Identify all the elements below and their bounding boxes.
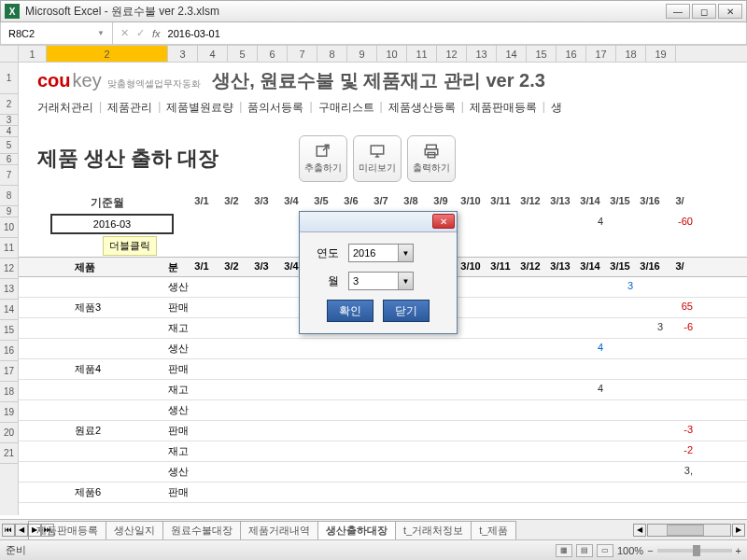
- row-header-17[interactable]: 17: [0, 361, 18, 382]
- col-header-7[interactable]: 7: [288, 46, 317, 62]
- cancel-icon[interactable]: ✕: [120, 27, 129, 39]
- view-break-button[interactable]: ▭: [597, 544, 613, 557]
- zoom-out-button[interactable]: −: [647, 545, 653, 556]
- tab-prev-button[interactable]: ◀: [15, 524, 28, 537]
- col-header-16[interactable]: 16: [557, 46, 586, 62]
- date-col: 3/16: [635, 195, 665, 206]
- scroll-right-button[interactable]: ▶: [732, 524, 745, 537]
- selected-cell[interactable]: 2016-03: [50, 214, 174, 234]
- col-header-11[interactable]: 11: [407, 46, 437, 62]
- view-normal-button[interactable]: ▦: [556, 544, 572, 557]
- horizontal-scrollbar[interactable]: ◀ ▶: [633, 524, 745, 537]
- tab-next-button[interactable]: ▶: [28, 524, 41, 537]
- year-select[interactable]: 2016 ▼: [348, 244, 414, 262]
- row-header-9[interactable]: 9: [0, 206, 18, 217]
- scroll-track[interactable]: [647, 524, 731, 537]
- sheet-tab[interactable]: t_거래처정보: [395, 521, 472, 539]
- month-select[interactable]: 3 ▼: [348, 272, 414, 290]
- select-all-corner[interactable]: [0, 46, 19, 63]
- sheet-tab[interactable]: t_제품: [471, 521, 516, 539]
- row-header-21[interactable]: 21: [0, 443, 18, 464]
- enter-icon[interactable]: ✓: [136, 27, 145, 39]
- col-header-4[interactable]: 4: [198, 46, 228, 62]
- menu-item[interactable]: 거래처관리: [37, 100, 93, 116]
- row-header-15[interactable]: 15: [0, 320, 18, 341]
- date-col: 3/8: [396, 195, 426, 206]
- menu-item[interactable]: 품의서등록: [247, 100, 303, 116]
- second-col-header: 분: [168, 260, 178, 274]
- sheet-tab[interactable]: 생산출하대장: [317, 521, 396, 539]
- row-header-20[interactable]: 20: [0, 423, 18, 443]
- row-header-12[interactable]: 12: [0, 259, 18, 279]
- col-header-1[interactable]: 1: [19, 46, 47, 62]
- tab-last-button[interactable]: ⏭: [41, 524, 54, 537]
- col-header-17[interactable]: 17: [586, 46, 616, 62]
- chevron-down-icon[interactable]: ▼: [398, 245, 413, 261]
- base-month-header: 기준월: [51, 195, 163, 211]
- view-layout-button[interactable]: ▤: [576, 544, 593, 557]
- dialog-titlebar[interactable]: ✕: [300, 212, 457, 232]
- sheet-tab[interactable]: 생산일지: [106, 521, 163, 539]
- scroll-left-button[interactable]: ◀: [633, 524, 646, 537]
- row-header-8[interactable]: 8: [0, 186, 18, 206]
- col-header-5[interactable]: 5: [228, 46, 258, 62]
- row-header-5[interactable]: 5: [0, 137, 18, 154]
- extract-button[interactable]: 추출하기: [299, 135, 347, 182]
- table-row: 생산: [19, 339, 747, 359]
- name-box[interactable]: R8C2 ▼: [1, 22, 113, 44]
- dialog-close-button[interactable]: ✕: [432, 214, 455, 229]
- menu-item[interactable]: 제품판매등록: [470, 100, 537, 116]
- row-header-16[interactable]: 16: [0, 341, 18, 361]
- cell-value: 3,: [665, 465, 693, 476]
- formula-value[interactable]: 2016-03-01: [168, 28, 220, 39]
- row-header-1[interactable]: 1: [0, 63, 18, 94]
- col-header-18[interactable]: 18: [616, 46, 646, 62]
- row-header-18[interactable]: 18: [0, 382, 18, 402]
- close-button[interactable]: ✕: [718, 4, 742, 19]
- menu-item[interactable]: 제품생산등록: [388, 100, 456, 116]
- maximize-button[interactable]: ◻: [692, 4, 716, 19]
- chevron-down-icon[interactable]: ▼: [398, 273, 413, 289]
- col-header-12[interactable]: 12: [437, 46, 467, 62]
- col-header-14[interactable]: 14: [497, 46, 527, 62]
- fx-icon[interactable]: fx: [152, 28, 161, 39]
- preview-button[interactable]: 미리보기: [353, 135, 402, 182]
- row-header-4[interactable]: 4: [0, 126, 18, 137]
- minimize-button[interactable]: —: [666, 4, 690, 19]
- sheet-tab[interactable]: 제품거래내역: [240, 521, 318, 539]
- menu-item[interactable]: 제품별원료량: [166, 100, 233, 116]
- sheet-tab[interactable]: 원료수불대장: [162, 521, 241, 539]
- zoom-in-button[interactable]: +: [736, 545, 741, 556]
- dialog-close-text-button[interactable]: 닫기: [383, 300, 430, 322]
- col-header-2[interactable]: 2: [47, 46, 168, 62]
- tab-first-button[interactable]: ⏮: [2, 524, 15, 537]
- col-header-13[interactable]: 13: [467, 46, 497, 62]
- row-header-3[interactable]: 3: [0, 115, 18, 126]
- col-header-10[interactable]: 10: [377, 46, 407, 62]
- svg-rect-1: [371, 146, 384, 154]
- col-header-9[interactable]: 9: [347, 46, 377, 62]
- col-header-3[interactable]: 3: [168, 46, 198, 62]
- menu-item[interactable]: 구매리스트: [318, 100, 374, 116]
- row-header-13[interactable]: 13: [0, 279, 18, 300]
- row-header-2[interactable]: 2: [0, 94, 18, 115]
- row-header-6[interactable]: 6: [0, 154, 18, 165]
- col-header-15[interactable]: 15: [527, 46, 557, 62]
- menu-item[interactable]: 제품관리: [107, 100, 152, 116]
- zoom-slider[interactable]: [657, 549, 732, 553]
- row-header-7[interactable]: 7: [0, 165, 18, 186]
- row-header-10[interactable]: 10: [0, 217, 18, 238]
- scroll-thumb[interactable]: [667, 525, 704, 536]
- chevron-down-icon[interactable]: ▼: [97, 29, 105, 37]
- col-header-8[interactable]: 8: [317, 46, 347, 62]
- confirm-button[interactable]: 확인: [327, 300, 374, 322]
- print-button[interactable]: 출력하기: [407, 135, 456, 182]
- col-header-19[interactable]: 19: [646, 46, 676, 62]
- row-header-14[interactable]: 14: [0, 300, 18, 320]
- row-header-19[interactable]: 19: [0, 402, 18, 423]
- date-col: 3/11: [486, 195, 515, 206]
- menu-item[interactable]: 생: [551, 100, 562, 116]
- zoom-thumb[interactable]: [693, 545, 700, 556]
- row-header-11[interactable]: 11: [0, 238, 18, 259]
- col-header-6[interactable]: 6: [258, 46, 288, 62]
